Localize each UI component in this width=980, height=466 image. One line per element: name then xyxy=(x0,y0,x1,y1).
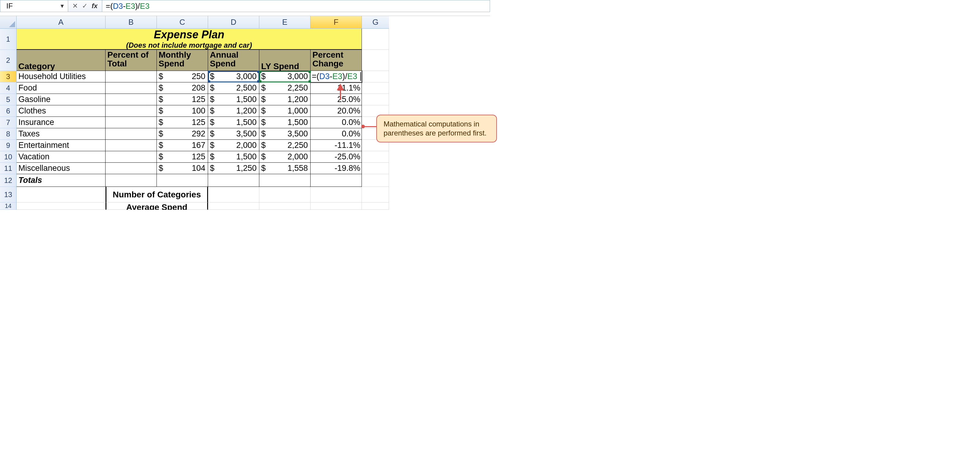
row-header-12[interactable]: 12 xyxy=(0,174,17,187)
cell-E11[interactable]: $1,558 xyxy=(259,163,310,174)
cell-G3[interactable] xyxy=(362,71,389,82)
name-box[interactable]: IF ▼ xyxy=(0,0,68,12)
cell-D10[interactable]: $1,500 xyxy=(208,151,259,163)
row-header-5[interactable]: 5 xyxy=(0,94,17,105)
cell-B12[interactable] xyxy=(105,174,157,187)
cell-G10[interactable] xyxy=(362,151,389,163)
row-header-2[interactable]: 2 xyxy=(0,50,17,71)
cell-D8[interactable]: $3,500 xyxy=(208,128,259,140)
cell-C10[interactable]: $125 xyxy=(157,151,208,163)
cell-E13[interactable] xyxy=(259,187,310,203)
cell-C12[interactable] xyxy=(157,174,208,187)
header-annual-spend[interactable]: Annual Spend xyxy=(208,50,259,71)
cell-F12[interactable] xyxy=(310,174,362,187)
cell-F5[interactable]: 25.0% xyxy=(310,94,362,105)
footer-average-spend[interactable]: Average Spend xyxy=(105,203,208,210)
cell-B7[interactable] xyxy=(105,117,157,128)
cell-C11[interactable]: $104 xyxy=(157,163,208,174)
cell-G5[interactable] xyxy=(362,94,389,105)
cell-F3[interactable]: =(D3-E3)/E3 xyxy=(310,71,362,82)
cell-E14[interactable] xyxy=(259,203,310,210)
cell-D4[interactable]: $2,500 xyxy=(208,82,259,94)
cell-B6[interactable] xyxy=(105,105,157,117)
row-header-11[interactable]: 11 xyxy=(0,163,17,174)
cell-D6[interactable]: $1,200 xyxy=(208,105,259,117)
cell-A6[interactable]: Clothes xyxy=(17,105,105,117)
header-percent-change[interactable]: Percent Change xyxy=(310,50,362,71)
cell-D9[interactable]: $2,000 xyxy=(208,140,259,151)
cell-E5[interactable]: $1,200 xyxy=(259,94,310,105)
cell-D14[interactable] xyxy=(208,203,259,210)
cell-G1[interactable] xyxy=(362,29,389,50)
cell-E12[interactable] xyxy=(259,174,310,187)
col-header-A[interactable]: A xyxy=(17,16,105,29)
cell-B10[interactable] xyxy=(105,151,157,163)
cell-G11[interactable] xyxy=(362,163,389,174)
cell-C5[interactable]: $125 xyxy=(157,94,208,105)
row-header-8[interactable]: 8 xyxy=(0,128,17,140)
row-header-14[interactable]: 14 xyxy=(0,203,17,210)
col-header-D[interactable]: D xyxy=(208,16,259,29)
row-header-7[interactable]: 7 xyxy=(0,117,17,128)
cell-F6[interactable]: 20.0% xyxy=(310,105,362,117)
cell-E10[interactable]: $2,000 xyxy=(259,151,310,163)
cell-F10[interactable]: -25.0% xyxy=(310,151,362,163)
totals-label[interactable]: Totals xyxy=(17,174,105,187)
header-ly-spend[interactable]: LY Spend xyxy=(259,50,310,71)
cell-G13[interactable] xyxy=(362,187,389,203)
cell-F14[interactable] xyxy=(310,203,362,210)
row-header-10[interactable]: 10 xyxy=(0,151,17,163)
cell-G12[interactable] xyxy=(362,174,389,187)
cell-F7[interactable]: 0.0% xyxy=(310,117,362,128)
cell-C7[interactable]: $125 xyxy=(157,117,208,128)
cell-B4[interactable] xyxy=(105,82,157,94)
cell-E9[interactable]: $2,250 xyxy=(259,140,310,151)
cell-G4[interactable] xyxy=(362,82,389,94)
worksheet[interactable]: A B C D E F G 1 Expense Plan (Does not i… xyxy=(0,16,490,210)
cell-F8[interactable]: 0.0% xyxy=(310,128,362,140)
cell-C6[interactable]: $100 xyxy=(157,105,208,117)
formula-input[interactable]: =(D3-E3)/E3 xyxy=(102,0,490,12)
col-header-G[interactable]: G xyxy=(362,16,389,29)
col-header-C[interactable]: C xyxy=(157,16,208,29)
cell-E3[interactable]: $3,000 xyxy=(259,71,310,82)
cell-B5[interactable] xyxy=(105,94,157,105)
cell-E4[interactable]: $2,250 xyxy=(259,82,310,94)
header-monthly-spend[interactable]: Monthly Spend xyxy=(157,50,208,71)
cell-F13[interactable] xyxy=(310,187,362,203)
cell-A8[interactable]: Taxes xyxy=(17,128,105,140)
cell-A10[interactable]: Vacation xyxy=(17,151,105,163)
cell-C9[interactable]: $167 xyxy=(157,140,208,151)
row-header-4[interactable]: 4 xyxy=(0,82,17,94)
cancel-icon[interactable]: ✕ xyxy=(72,3,78,10)
header-category[interactable]: Category xyxy=(17,50,105,71)
cell-B9[interactable] xyxy=(105,140,157,151)
cell-A11[interactable]: Miscellaneous xyxy=(17,163,105,174)
cell-E6[interactable]: $1,000 xyxy=(259,105,310,117)
cell-G14[interactable] xyxy=(362,203,389,210)
row-header-6[interactable]: 6 xyxy=(0,105,17,117)
select-all-corner[interactable] xyxy=(0,16,17,29)
enter-icon[interactable]: ✓ xyxy=(82,3,88,10)
col-header-E[interactable]: E xyxy=(259,16,310,29)
cell-A5[interactable]: Gasoline xyxy=(17,94,105,105)
col-header-B[interactable]: B xyxy=(105,16,157,29)
cell-B11[interactable] xyxy=(105,163,157,174)
cell-F11[interactable]: -19.8% xyxy=(310,163,362,174)
cell-C8[interactable]: $292 xyxy=(157,128,208,140)
cell-C3[interactable]: $250 xyxy=(157,71,208,82)
cell-D11[interactable]: $1,250 xyxy=(208,163,259,174)
footer-num-categories[interactable]: Number of Categories xyxy=(105,187,208,203)
cell-A3[interactable]: Household Utilities xyxy=(17,71,105,82)
cell-A13[interactable] xyxy=(17,187,105,203)
cell-D5[interactable]: $1,500 xyxy=(208,94,259,105)
cell-A4[interactable]: Food xyxy=(17,82,105,94)
cell-B8[interactable] xyxy=(105,128,157,140)
cell-D13[interactable] xyxy=(208,187,259,203)
cell-B3[interactable] xyxy=(105,71,157,82)
row-header-3[interactable]: 3 xyxy=(0,71,17,82)
col-header-F[interactable]: F xyxy=(310,16,362,29)
cell-F9[interactable]: -11.1% xyxy=(310,140,362,151)
cell-C4[interactable]: $208 xyxy=(157,82,208,94)
cell-D12[interactable] xyxy=(208,174,259,187)
